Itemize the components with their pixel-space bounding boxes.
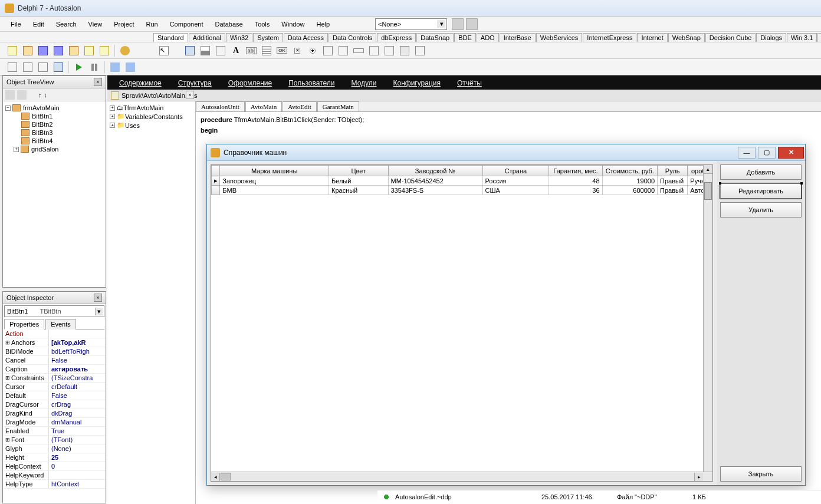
prop-row-caption[interactable]: Captionактировать — [3, 365, 106, 374]
grid-cell[interactable]: 48 — [549, 176, 602, 186]
view-unit-icon[interactable] — [5, 60, 19, 74]
toggle-form-unit-icon[interactable] — [36, 60, 50, 74]
prop-row-dragcursor[interactable]: DragCursorcrDrag — [3, 400, 106, 409]
prop-row-action[interactable]: Action — [3, 330, 106, 338]
palette-tab-win32[interactable]: Win32 — [226, 33, 252, 42]
grid-header[interactable]: Марка машины — [220, 166, 329, 176]
prop-value[interactable]: (None) — [49, 444, 106, 453]
grid-cell[interactable]: 33543FS-S — [388, 186, 482, 195]
grid-header[interactable]: Руль — [658, 166, 688, 176]
step-over-icon[interactable] — [123, 60, 137, 74]
tree-up-icon[interactable]: ↑ — [38, 91, 42, 98]
actionlist-icon[interactable] — [413, 44, 427, 58]
palette-tab-bde[interactable]: BDE — [454, 33, 476, 42]
prop-row-height[interactable]: Height25 — [3, 453, 106, 462]
pause-icon[interactable] — [87, 60, 101, 74]
help-contents-icon[interactable] — [118, 44, 132, 58]
prop-row-cancel[interactable]: CancelFalse — [3, 356, 106, 365]
save-icon[interactable] — [36, 44, 50, 58]
save-desktop-icon[interactable] — [452, 18, 464, 30]
child-titlebar[interactable]: Справочник машин — ▢ ✕ — [207, 144, 805, 161]
tab-properties[interactable]: Properties — [4, 319, 44, 330]
tree-node-bitbtn3[interactable]: BitBtn3 — [5, 129, 103, 137]
cars-table[interactable]: Марка машиныЦветЗаводской №СтранаГаранти… — [211, 165, 712, 195]
struct-node-uses[interactable]: +📁 Uses — [110, 121, 193, 130]
prop-row-enabled[interactable]: EnabledTrue — [3, 427, 106, 436]
tree-expand-icon[interactable]: − — [5, 106, 11, 111]
prop-row-bidimode[interactable]: BiDiModebdLeftToRigh — [3, 347, 106, 356]
menu-tools[interactable]: Tools — [249, 18, 276, 30]
grid-header[interactable]: Стоимость, руб. — [602, 166, 658, 176]
combobox-icon[interactable] — [336, 44, 350, 58]
palette-tab-interbase[interactable]: InterBase — [500, 33, 536, 42]
prop-row-helpcontext[interactable]: HelpContext0 — [3, 462, 106, 471]
prop-row-font[interactable]: Font(TFont) — [3, 436, 106, 444]
pointer-icon[interactable]: ↖ — [157, 44, 171, 58]
menu-run[interactable]: Run — [140, 18, 163, 30]
prop-row-constraints[interactable]: Constraints(TSizeConstra — [3, 374, 106, 383]
run-icon[interactable] — [72, 60, 86, 74]
close-button[interactable]: ✕ — [778, 147, 804, 159]
tree-down-icon[interactable]: ↓ — [44, 91, 48, 98]
prop-value[interactable] — [49, 330, 106, 338]
grid-scrollbar-horizontal[interactable] — [211, 472, 712, 481]
prop-value[interactable]: актировать — [49, 365, 106, 373]
menu-edit[interactable]: Edit — [27, 18, 50, 30]
treeview-body[interactable]: − frmAvtoMain BitBtn1BitBtn2BitBtn3BitBt… — [3, 101, 106, 156]
table-row[interactable]: ▸ЗапорожецБелыйММ-10545452452Россия48190… — [212, 176, 712, 186]
listbox-icon[interactable] — [321, 44, 335, 58]
tree-tool-1[interactable] — [5, 90, 15, 100]
inspector-close-icon[interactable]: × — [94, 294, 102, 302]
menu-help[interactable]: Help — [310, 18, 336, 30]
prop-row-dragkind[interactable]: DragKinddkDrag — [3, 409, 106, 418]
prop-value[interactable]: dmManual — [49, 418, 106, 426]
structure-tree[interactable]: × +🗂 TfrmAvtoMain +📁 Variables/Constants… — [107, 101, 196, 504]
add-file-icon[interactable] — [82, 44, 96, 58]
prop-value[interactable] — [49, 471, 106, 479]
scrollbar-icon[interactable] — [352, 44, 366, 58]
prop-value[interactable]: True — [49, 427, 106, 435]
memo-icon[interactable] — [260, 44, 274, 58]
minimize-button[interactable]: — — [738, 147, 756, 159]
prop-value[interactable]: 0 — [49, 462, 106, 470]
popupmenu-icon[interactable] — [214, 44, 228, 58]
palette-tab-system[interactable]: System — [253, 33, 283, 42]
code-text[interactable]: procedure TfrmAvtoMain.BitBtn1Click(Send… — [196, 112, 821, 138]
dark-menu-item[interactable]: Структура — [170, 77, 220, 90]
radiogroup-icon[interactable] — [382, 44, 396, 58]
property-grid[interactable]: ActionAnchors[akTop,akRBiDiModebdLeftToR… — [3, 330, 106, 498]
palette-tab-internetexpress[interactable]: InternetExpress — [583, 33, 636, 42]
table-row[interactable]: БМВКрасный33543FS-SСША36600000ПравыйАвто… — [212, 186, 712, 195]
tree-tool-2[interactable] — [17, 90, 27, 100]
palette-tab-decision-cube[interactable]: Decision Cube — [705, 33, 756, 42]
prop-row-anchors[interactable]: Anchors[akTop,akR — [3, 338, 106, 347]
grid-cell[interactable]: Правый — [658, 176, 688, 186]
prop-value[interactable]: bdLeftToRigh — [49, 347, 106, 355]
button-icon[interactable]: OK — [275, 44, 289, 58]
prop-row-helpkeyword[interactable]: HelpKeyword — [3, 471, 106, 480]
dark-menu-item[interactable]: Конфигурация — [385, 77, 449, 90]
checkbox-icon[interactable]: ✕ — [290, 44, 304, 58]
view-form-icon[interactable] — [21, 60, 35, 74]
dark-menu-item[interactable]: Содержимое — [111, 77, 170, 90]
menu-project[interactable]: Project — [108, 18, 140, 30]
prop-value[interactable]: crDefault — [49, 383, 106, 391]
dark-menu-item[interactable]: Модули — [343, 77, 385, 90]
label-icon[interactable]: A — [229, 44, 243, 58]
tab-events[interactable]: Events — [45, 319, 76, 330]
prop-value[interactable]: (TSizeConstra — [49, 374, 106, 382]
palette-tab-dbexpress[interactable]: dbExpress — [377, 33, 416, 42]
palette-tab-standard[interactable]: Standard — [153, 33, 188, 42]
new-items-icon[interactable] — [5, 44, 19, 58]
grid-header[interactable]: Гарантия, мес. — [549, 166, 602, 176]
grid-cell[interactable]: Россия — [482, 176, 549, 186]
grid-cell[interactable]: 36 — [549, 186, 602, 195]
grid-header[interactable]: Цвет — [329, 166, 388, 176]
grid-cell[interactable]: 19000 — [602, 176, 658, 186]
tree-node-bitbtn2[interactable]: BitBtn2 — [5, 120, 103, 129]
palette-tab-data-access[interactable]: Data Access — [284, 33, 328, 42]
grid-cell[interactable]: Красный — [329, 186, 388, 195]
prop-value[interactable]: crDrag — [49, 400, 106, 409]
mainmenu-icon[interactable] — [198, 44, 212, 58]
palette-tab-data-controls[interactable]: Data Controls — [329, 33, 376, 42]
